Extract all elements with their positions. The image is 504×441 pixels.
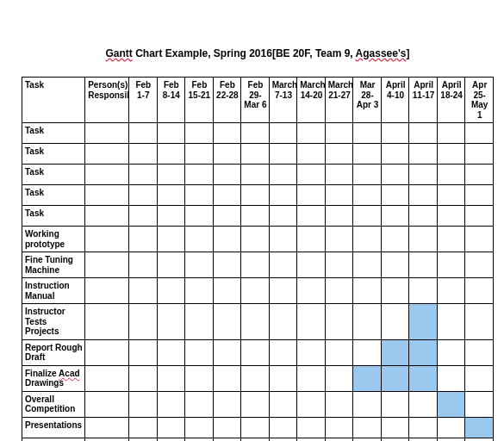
gantt-cell (269, 123, 297, 144)
table-row: Finalize Acad Drawings (22, 365, 494, 391)
gantt-cell (269, 339, 297, 365)
header-date-7: March 21-27 (325, 78, 353, 123)
gantt-cell (353, 123, 382, 144)
gantt-cell (213, 185, 241, 206)
gantt-cell (269, 417, 297, 438)
gantt-cell (325, 227, 353, 252)
gantt-cell (325, 339, 353, 365)
gantt-cell (297, 417, 326, 438)
header-date-9: April 4-10 (381, 78, 409, 123)
table-row: Overall Competition (22, 391, 494, 417)
row-person (85, 252, 129, 278)
gantt-cell (185, 165, 214, 185)
table-row: Task (22, 144, 494, 165)
table-row: Task (22, 165, 494, 185)
gantt-cell (325, 417, 353, 438)
table-row: Task (22, 206, 494, 227)
gantt-cell (269, 252, 297, 278)
gantt-cell (409, 206, 438, 227)
table-row: Instruction Manual (22, 278, 494, 304)
gantt-cell (185, 144, 214, 165)
row-person (85, 206, 129, 227)
gantt-cell (353, 417, 382, 438)
gantt-cell (129, 391, 158, 417)
gantt-cell (381, 206, 409, 227)
gantt-table: Task Person(s) Responsible Feb 1-7Feb 8-… (22, 77, 494, 441)
gantt-cell (129, 206, 158, 227)
page-title: Gantt Chart Example, Spring 2016[BE 20F,… (22, 47, 494, 59)
gantt-cell (129, 304, 158, 340)
gantt-cell (185, 417, 214, 438)
gantt-cell (269, 304, 297, 340)
gantt-cell (465, 391, 494, 417)
gantt-cell (353, 278, 382, 304)
header-date-1: Feb 8-14 (157, 78, 185, 123)
table-header: Task Person(s) Responsible Feb 1-7Feb 8-… (22, 78, 494, 123)
header-date-5: March 7-13 (269, 78, 297, 123)
gantt-cell (241, 227, 270, 252)
gantt-cell (269, 144, 297, 165)
table-row: Working prototype (22, 227, 494, 252)
gantt-cell (213, 417, 241, 438)
gantt-cell (297, 206, 326, 227)
gantt-cell (213, 365, 241, 391)
gantt-cell (241, 278, 270, 304)
gantt-cell (185, 185, 214, 206)
gantt-cell (381, 438, 409, 441)
gantt-cell (381, 391, 409, 417)
gantt-cell (409, 438, 438, 441)
gantt-cell (157, 144, 185, 165)
header-row: Task Person(s) Responsible Feb 1-7Feb 8-… (22, 78, 494, 123)
header-person: Person(s) Responsible (85, 78, 129, 123)
gantt-cell (297, 391, 326, 417)
gantt-cell (269, 165, 297, 185)
gantt-cell (213, 304, 241, 340)
table-row: Instructor Tests Projects (22, 304, 494, 340)
header-date-12: Apr 25- May 1 (465, 78, 494, 123)
gantt-cell (241, 252, 270, 278)
gantt-cell (381, 278, 409, 304)
gantt-cell (381, 417, 409, 438)
gantt-cell (157, 227, 185, 252)
gantt-cell (241, 165, 270, 185)
table-row: Final Report Due (22, 438, 494, 441)
gantt-cell (157, 252, 185, 278)
gantt-cell (437, 365, 465, 391)
row-label: Report Rough Draft (22, 339, 85, 365)
gantt-cell (381, 227, 409, 252)
gantt-cell (129, 438, 158, 441)
title-rest: Chart Example, Spring 2016[BE 20F, Team … (133, 47, 356, 59)
gantt-cell (353, 165, 382, 185)
gantt-cell (465, 252, 494, 278)
gantt-cell (409, 185, 438, 206)
row-person (85, 144, 129, 165)
table-row: Fine Tuning Machine (22, 252, 494, 278)
gantt-cell (381, 185, 409, 206)
gantt-cell (409, 123, 438, 144)
gantt-cell (381, 304, 409, 340)
gantt-cell (409, 339, 438, 365)
row-person (85, 391, 129, 417)
gantt-cell (465, 144, 494, 165)
table-row: Presentations (22, 417, 494, 438)
row-person (85, 339, 129, 365)
gantt-cell (437, 165, 465, 185)
gantt-cell (465, 227, 494, 252)
gantt-cell (465, 365, 494, 391)
gantt-cell (465, 278, 494, 304)
gantt-cell (437, 339, 465, 365)
gantt-cell (129, 123, 158, 144)
gantt-cell (185, 365, 214, 391)
gantt-cell (465, 304, 494, 340)
row-person (85, 185, 129, 206)
header-date-4: Feb 29- Mar 6 (241, 78, 270, 123)
gantt-cell (381, 123, 409, 144)
row-label: Task (22, 206, 85, 227)
gantt-cell (465, 438, 494, 441)
gantt-cell (437, 438, 465, 441)
gantt-cell (297, 252, 326, 278)
row-person (85, 304, 129, 340)
gantt-cell (465, 339, 494, 365)
gantt-cell (297, 144, 326, 165)
gantt-cell (465, 417, 494, 438)
